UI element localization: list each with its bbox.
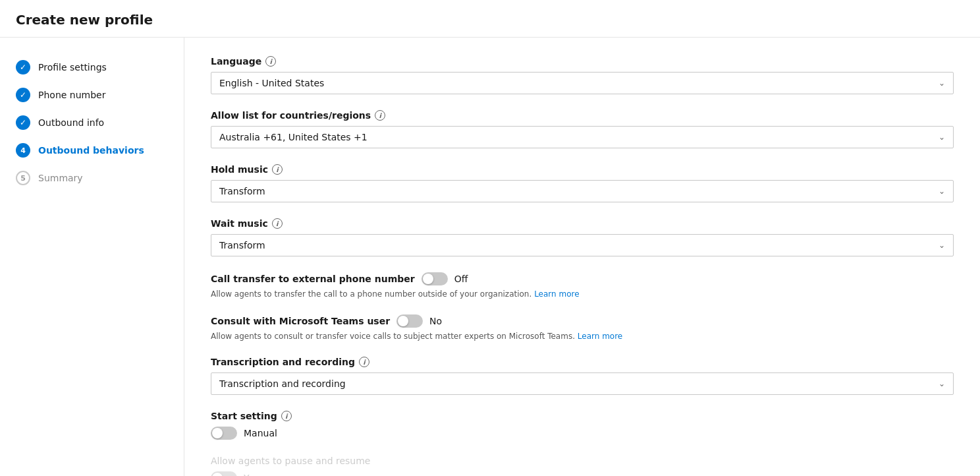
step-number-summary-icon: 5	[20, 174, 26, 183]
start-setting-toggle-container	[211, 427, 237, 440]
sidebar-item-outbound-info[interactable]: ✓ Outbound info	[0, 109, 184, 136]
main-content: Language i English - United States ⌄ All…	[184, 38, 980, 476]
call-transfer-toggle-row: Call transfer to external phone number O…	[211, 272, 954, 285]
allow-list-dropdown[interactable]: Australia +61, United States +1 ⌄	[211, 126, 954, 148]
sidebar-item-profile-settings[interactable]: ✓ Profile settings	[0, 53, 184, 81]
language-field-group: Language i English - United States ⌄	[211, 56, 954, 94]
transcription-dropdown[interactable]: Transcription and recording ⌄	[211, 372, 954, 395]
transcription-label: Transcription and recording i	[211, 357, 954, 367]
language-dropdown[interactable]: English - United States ⌄	[211, 72, 954, 94]
consult-teams-toggle-container	[396, 314, 423, 328]
start-setting-toggle-label: Manual	[244, 428, 277, 438]
call-transfer-field-group: Call transfer to external phone number O…	[211, 272, 954, 299]
consult-teams-toggle[interactable]	[396, 314, 423, 328]
wait-music-field-group: Wait music i Transform ⌄	[211, 218, 954, 256]
allow-list-value: Australia +61, United States +1	[219, 132, 368, 142]
allow-pause-field-group: Allow agents to pause and resume Yes	[211, 456, 954, 476]
allow-list-chevron-icon: ⌄	[939, 133, 945, 142]
hold-music-dropdown[interactable]: Transform ⌄	[211, 180, 954, 202]
language-chevron-icon: ⌄	[939, 78, 945, 88]
start-setting-toggle[interactable]	[211, 427, 237, 440]
step-circle-summary: 5	[16, 171, 30, 185]
hold-music-value: Transform	[219, 186, 265, 196]
start-setting-label: Start setting i	[211, 411, 954, 421]
wait-music-value: Transform	[219, 240, 265, 251]
language-label: Language i	[211, 56, 954, 67]
transcription-field-group: Transcription and recording i Transcript…	[211, 357, 954, 395]
sidebar-item-summary[interactable]: 5 Summary	[0, 164, 184, 192]
consult-teams-field-group: Consult with Microsoft Teams user No All…	[211, 314, 954, 341]
call-transfer-learn-more[interactable]: Learn more	[534, 289, 579, 299]
transcription-info-icon[interactable]: i	[359, 357, 369, 367]
step-circle-profile-settings: ✓	[16, 60, 30, 74]
wait-music-chevron-icon: ⌄	[939, 241, 945, 250]
sidebar-item-outbound-behaviors[interactable]: 4 Outbound behaviors	[0, 136, 184, 164]
check-icon-2: ✓	[20, 90, 26, 100]
start-setting-field-group: Start setting i Manual	[211, 411, 954, 440]
sidebar-item-phone-number[interactable]: ✓ Phone number	[0, 81, 184, 109]
sidebar-label-outbound-behaviors: Outbound behaviors	[38, 145, 144, 156]
wait-music-label: Wait music i	[211, 218, 954, 229]
call-transfer-label: Call transfer to external phone number	[211, 274, 415, 284]
step-circle-phone-number: ✓	[16, 88, 30, 102]
start-setting-info-icon[interactable]: i	[281, 411, 292, 421]
call-transfer-toggle-container	[422, 272, 448, 285]
sidebar-label-outbound-info: Outbound info	[38, 117, 104, 128]
allow-pause-toggle-container	[211, 471, 237, 476]
start-setting-toggle-row: Manual	[211, 427, 954, 440]
consult-teams-toggle-label: No	[429, 316, 442, 326]
page-title: Create new profile	[0, 0, 980, 38]
sidebar-label-phone-number: Phone number	[38, 90, 105, 100]
hold-music-field-group: Hold music i Transform ⌄	[211, 164, 954, 202]
language-value: English - United States	[219, 78, 324, 88]
call-transfer-toggle-label: Off	[454, 274, 468, 284]
consult-teams-learn-more[interactable]: Learn more	[578, 332, 622, 341]
consult-teams-label: Consult with Microsoft Teams user	[211, 316, 390, 326]
wait-music-info-icon[interactable]: i	[272, 218, 283, 229]
consult-teams-toggle-row: Consult with Microsoft Teams user No	[211, 314, 954, 328]
allow-pause-toggle-label: Yes	[244, 473, 259, 476]
step-circle-outbound-behaviors: 4	[16, 143, 30, 158]
allow-pause-label: Allow agents to pause and resume	[211, 456, 954, 466]
consult-teams-helper: Allow agents to consult or transfer voic…	[211, 332, 954, 341]
check-icon-3: ✓	[20, 118, 26, 127]
step-circle-outbound-info: ✓	[16, 115, 30, 130]
transcription-value: Transcription and recording	[219, 378, 346, 389]
sidebar: ✓ Profile settings ✓ Phone number ✓ Outb…	[0, 38, 184, 476]
transcription-chevron-icon: ⌄	[939, 379, 945, 388]
call-transfer-toggle[interactable]	[422, 272, 448, 285]
allow-list-field-group: Allow list for countries/regions i Austr…	[211, 110, 954, 148]
allow-list-label: Allow list for countries/regions i	[211, 110, 954, 121]
hold-music-label: Hold music i	[211, 164, 954, 175]
allow-pause-toggle-row: Yes	[211, 471, 954, 476]
step-number-icon: 4	[20, 146, 26, 155]
call-transfer-helper: Allow agents to transfer the call to a p…	[211, 289, 954, 299]
allow-pause-toggle	[211, 471, 237, 476]
language-info-icon[interactable]: i	[265, 56, 276, 67]
hold-music-info-icon[interactable]: i	[272, 164, 283, 175]
wait-music-dropdown[interactable]: Transform ⌄	[211, 234, 954, 256]
sidebar-label-profile-settings: Profile settings	[38, 62, 107, 73]
hold-music-chevron-icon: ⌄	[939, 187, 945, 196]
check-icon: ✓	[20, 63, 26, 72]
allow-list-info-icon[interactable]: i	[375, 110, 385, 121]
sidebar-label-summary: Summary	[38, 173, 83, 183]
